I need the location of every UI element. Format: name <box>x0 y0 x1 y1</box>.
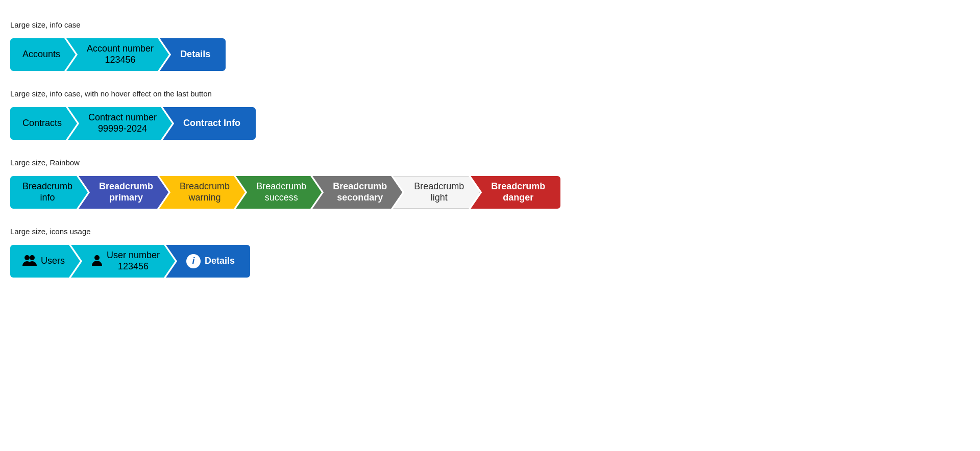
breadcrumb-item-2[interactable]: Contract number99999-2024 <box>68 107 172 140</box>
breadcrumb-row: AccountsAccount number123456Details <box>10 38 970 71</box>
breadcrumb-item-5[interactable]: Breadcrumbsecondary <box>312 176 402 209</box>
breadcrumb-item-2[interactable]: Breadcrumbprimary <box>79 176 168 209</box>
breadcrumb-item-3[interactable]: Contract Info <box>163 107 256 140</box>
info-icon: i <box>186 254 201 268</box>
section-label: Large size, Rainbow <box>10 158 970 167</box>
section-section4: Large size, icons usage Users User numbe… <box>10 227 970 278</box>
breadcrumb-item-6[interactable]: Breadcrumblight <box>393 176 480 209</box>
breadcrumb-row: ContractsContract number99999-2024Contra… <box>10 107 970 140</box>
breadcrumb-text: User number123456 <box>107 250 160 272</box>
breadcrumb-text: Contracts <box>22 118 62 129</box>
breadcrumb-item-3[interactable]: Breadcrumbwarning <box>159 176 245 209</box>
svg-point-1 <box>30 255 35 260</box>
user-icon <box>91 255 103 268</box>
breadcrumb-item-1[interactable]: Contracts <box>10 107 77 140</box>
breadcrumb-text: Users <box>41 256 65 267</box>
svg-point-2 <box>94 255 100 260</box>
breadcrumb-item-2[interactable]: Account number123456 <box>66 38 169 71</box>
breadcrumb-text: Breadcrumblight <box>414 181 464 203</box>
section-section2: Large size, info case, with no hover eff… <box>10 89 970 140</box>
breadcrumb-text: Details <box>180 49 210 60</box>
breadcrumb-text: Contract number99999-2024 <box>88 112 157 134</box>
section-label: Large size, info case, with no hover eff… <box>10 89 970 98</box>
users-icon <box>22 255 37 268</box>
section-section3: Large size, RainbowBreadcrumbinfoBreadcr… <box>10 158 970 209</box>
section-label: Large size, icons usage <box>10 227 970 236</box>
breadcrumb-text: Breadcrumbsecondary <box>333 181 387 203</box>
breadcrumb-item-4[interactable]: Breadcrumbsuccess <box>236 176 322 209</box>
breadcrumb-item-3[interactable]: Details <box>160 38 226 71</box>
section-section1: Large size, info caseAccountsAccount num… <box>10 20 970 71</box>
svg-point-0 <box>24 255 30 260</box>
breadcrumb-text: Breadcrumbsuccess <box>256 181 306 203</box>
breadcrumb-text: Breadcrumbinfo <box>22 181 72 203</box>
breadcrumb-text: Breadcrumbdanger <box>491 181 545 203</box>
breadcrumb-text: Contract Info <box>183 118 240 129</box>
section-label: Large size, info case <box>10 20 970 29</box>
breadcrumb-text: Breadcrumbprimary <box>99 181 153 203</box>
breadcrumb-item-3[interactable]: iDetails <box>166 245 250 278</box>
breadcrumb-row: Users User number123456iDetails <box>10 245 970 278</box>
breadcrumb-row: BreadcrumbinfoBreadcrumbprimaryBreadcrum… <box>10 176 970 209</box>
breadcrumb-text: Accounts <box>22 49 60 60</box>
breadcrumb-item-7[interactable]: Breadcrumbdanger <box>471 176 560 209</box>
breadcrumb-item-2[interactable]: User number123456 <box>71 245 175 278</box>
breadcrumb-item-1[interactable]: Users <box>10 245 80 278</box>
breadcrumb-text: Details <box>205 256 235 267</box>
breadcrumb-item-1[interactable]: Accounts <box>10 38 76 71</box>
breadcrumb-item-1[interactable]: Breadcrumbinfo <box>10 176 88 209</box>
breadcrumb-text: Breadcrumbwarning <box>180 181 230 203</box>
breadcrumb-text: Account number123456 <box>87 43 154 65</box>
